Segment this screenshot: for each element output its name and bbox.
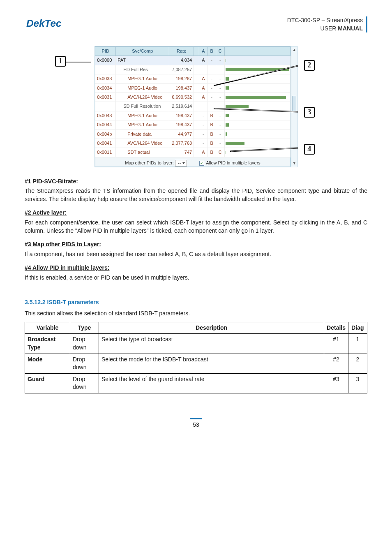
table-row[interactable]: HD Full Res7,087,257	[95, 65, 291, 74]
table-row[interactable]: 0x0041AVC/H.264 Video2,077,763-B-	[95, 139, 291, 148]
arrow-1	[66, 59, 95, 65]
layer-cell-c[interactable]: -	[216, 56, 224, 65]
layer-cell-a	[199, 65, 208, 74]
layer-cell-a[interactable]: A	[199, 92, 208, 102]
callout-4: 4	[304, 144, 315, 155]
col-svc: Svc/Comp	[116, 47, 169, 56]
bitrate-bar	[226, 142, 245, 145]
col-diag: Diag	[348, 322, 367, 334]
bitrate-bar	[226, 77, 229, 81]
layer-cell-a[interactable]: A	[199, 148, 208, 157]
section-2-title: #2 Active layer:	[25, 209, 367, 217]
params-header-row: Variable Type Description Details Diag	[25, 322, 367, 334]
bitrate-bar	[226, 105, 249, 108]
layer-cell-c[interactable]: -	[216, 74, 224, 83]
table-row[interactable]: 0x0034MPEG-1 Audio198,437A--	[95, 83, 291, 92]
table-row[interactable]: SD Full Resolution2,519,614	[95, 102, 291, 111]
section-3-body: If a component, has not been assigned th…	[25, 250, 367, 259]
layer-cell-b[interactable]: -	[208, 92, 216, 102]
col-variable: Variable	[25, 322, 70, 334]
svg-text:DekTec: DekTec	[26, 18, 62, 29]
layer-cell-b[interactable]: B	[208, 111, 216, 120]
layer-cell-b[interactable]: -	[208, 56, 216, 65]
page-number-bar	[190, 418, 202, 419]
col-b: B	[208, 47, 216, 56]
table-row[interactable]: 0x0043MPEG-1 Audio198,437-B-	[95, 111, 291, 120]
layer-cell-c[interactable]: C	[216, 148, 224, 157]
pid-table: PID Svc/Comp Rate A B C 0x0000PAT4,034A-…	[95, 46, 291, 157]
params-row: GuardDrop downSelect the level of the gu…	[25, 373, 367, 393]
layer-cell-a[interactable]: A	[199, 83, 208, 92]
allow-multi-label: Allow PID in multiple layers	[206, 160, 261, 166]
layer-cell-c[interactable]: -	[216, 120, 224, 130]
allow-multi-checkbox[interactable]: ✓ Allow PID in multiple layers	[199, 160, 261, 166]
layer-cell-a[interactable]: -	[199, 120, 208, 130]
header-right: DTC-300-SP – StreamXpress USER MANUAL	[287, 16, 367, 32]
scrollbar[interactable]: ▲ ▼	[291, 46, 297, 167]
section-4-title: #4 Allow PID in multiple layers:	[25, 264, 367, 272]
callout-3: 3	[304, 107, 315, 118]
scroll-down-icon[interactable]: ▼	[293, 161, 296, 166]
bitrate-bar	[226, 151, 226, 154]
scroll-up-icon[interactable]: ▲	[293, 47, 296, 53]
col-details: Details	[324, 322, 348, 334]
table-row[interactable]: 0x004bPrivate data44,977-B-	[95, 130, 291, 139]
map-other-group: Map other PIDs to layer: --	[125, 160, 187, 166]
layer-cell-c[interactable]: -	[216, 130, 224, 139]
layer-cell-b[interactable]: -	[208, 74, 216, 83]
layer-cell-c[interactable]: -	[216, 111, 224, 120]
scroll-thumb[interactable]	[292, 96, 296, 112]
page-number: 53	[193, 421, 199, 428]
params-row: Broadcast TypeDrop downSelect the type o…	[25, 334, 367, 354]
page-header: DekTec DTC-300-SP – StreamXpress USER MA…	[25, 16, 367, 34]
params-heading: 3.5.12.2 ISDB-T parameters	[25, 298, 367, 307]
table-row[interactable]: 0x0033MPEG-1 Audio198,287A--	[95, 74, 291, 83]
params-table: Variable Type Description Details Diag B…	[25, 322, 367, 393]
table-row[interactable]: 0x0031AVC/H.264 Video6,690,532A--	[95, 92, 291, 102]
layer-cell-a[interactable]: A	[199, 56, 208, 65]
map-other-dropdown[interactable]: --	[175, 160, 187, 166]
layer-cell-b[interactable]: B	[208, 120, 216, 130]
map-other-label: Map other PIDs to layer:	[125, 160, 174, 165]
bitrate-bar	[226, 96, 286, 99]
layer-cell-c[interactable]: -	[216, 92, 224, 102]
bitrate-bar	[226, 86, 229, 90]
params-row: ModeDrop downSelect the mode for the ISD…	[25, 354, 367, 373]
product-name: DTC-300-SP – StreamXpress	[287, 16, 363, 25]
subtitle: USER MANUAL	[287, 25, 363, 33]
section-1-body: The StreamXpress reads the TS informatio…	[25, 187, 367, 203]
page-number-area: 53	[25, 418, 367, 429]
layer-cell-a[interactable]: -	[199, 130, 208, 139]
layer-cell-b[interactable]: B	[208, 139, 216, 148]
col-rate: Rate	[169, 47, 194, 56]
layer-cell-b[interactable]: B	[208, 148, 216, 157]
layer-cell-c[interactable]: -	[216, 83, 224, 92]
bitrate-bar	[226, 68, 289, 71]
layer-cell-b[interactable]: -	[208, 83, 216, 92]
section-3-title: #3 Map other PIDS to Layer:	[25, 240, 367, 249]
logo: DekTec	[25, 16, 74, 34]
bitrate-bar	[226, 114, 229, 117]
section-1-title: #1 PID-SVC-Bitrate:	[25, 178, 367, 186]
layer-cell-b[interactable]: B	[208, 130, 216, 139]
pid-table-header: PID Svc/Comp Rate A B C	[95, 47, 291, 56]
callout-2: 2	[304, 60, 315, 71]
layer-cell-c	[216, 65, 224, 74]
callout-1: 1	[55, 56, 66, 67]
layer-cell-a[interactable]: A	[199, 74, 208, 83]
bottom-controls: Map other PIDs to layer: -- ✓ Allow PID …	[95, 157, 291, 167]
layer-cell-b	[208, 65, 216, 74]
checkbox-icon: ✓	[199, 161, 204, 166]
table-row[interactable]: 0x0011SDT actual747ABC	[95, 148, 291, 157]
bitrate-bar	[226, 123, 229, 127]
layer-cell-b	[208, 102, 216, 111]
table-row[interactable]: 0x0044MPEG-1 Audio198,437-B-	[95, 120, 291, 130]
col-pid: PID	[95, 47, 116, 56]
layer-cell-a[interactable]: -	[199, 139, 208, 148]
table-row[interactable]: 0x0000PAT4,034A--	[95, 56, 291, 65]
layer-cell-c[interactable]: -	[216, 139, 224, 148]
layer-cell-a[interactable]: -	[199, 111, 208, 120]
col-a: A	[199, 47, 208, 56]
bitrate-bar	[226, 59, 226, 62]
screenshot-container: PID Svc/Comp Rate A B C 0x0000PAT4,034A-…	[95, 46, 297, 167]
